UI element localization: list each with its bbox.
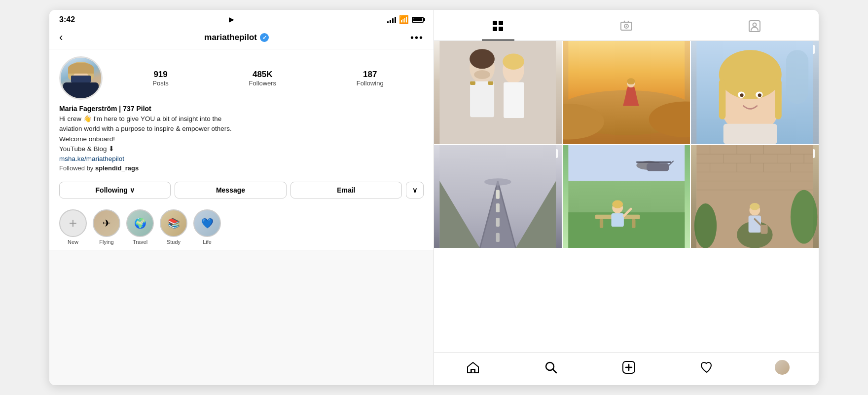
posts-label: Posts — [152, 79, 169, 87]
svg-rect-20 — [488, 81, 493, 85]
bottom-nav — [434, 352, 819, 385]
home-nav-button[interactable] — [463, 357, 483, 377]
svg-point-38 — [758, 93, 761, 97]
svg-rect-54 — [647, 163, 669, 171]
grid-photo-6[interactable] — [691, 145, 819, 248]
grid-photo-5[interactable] — [563, 145, 690, 248]
story-add-icon: + — [59, 209, 87, 237]
svg-point-50 — [484, 178, 511, 186]
status-icons: 📶 — [387, 15, 424, 24]
svg-rect-19 — [470, 81, 475, 85]
more-button[interactable]: ••• — [410, 32, 424, 43]
wifi-icon: 📶 — [399, 15, 409, 24]
stat-posts[interactable]: 919 Posts — [152, 70, 169, 87]
svg-point-14 — [474, 70, 490, 79]
stat-followers[interactable]: 485K Followers — [249, 70, 276, 87]
bio-line4: YouTube & Blog ⬇ — [59, 145, 114, 153]
story-item-2[interactable]: 🌍 Travel — [126, 209, 154, 245]
svg-rect-52 — [568, 145, 685, 181]
svg-point-84 — [694, 203, 717, 248]
email-button[interactable]: Email — [290, 182, 402, 198]
svg-point-10 — [753, 23, 757, 27]
posts-count: 919 — [152, 70, 169, 79]
svg-point-88 — [750, 203, 760, 210]
tab-tagged[interactable] — [738, 16, 771, 40]
svg-point-37 — [740, 93, 744, 97]
more-options-button[interactable]: ∨ — [406, 182, 424, 198]
grid-photo-4[interactable] — [434, 145, 562, 248]
svg-point-13 — [470, 49, 495, 69]
following-label: Following — [357, 79, 384, 87]
bio-link[interactable]: msha.ke/mariathepilot — [59, 155, 124, 162]
grid-photo-1[interactable] — [434, 41, 562, 144]
back-button[interactable]: ‹ — [59, 31, 63, 44]
svg-point-6 — [626, 26, 627, 27]
bio-line3: Welcome onboard! — [59, 135, 115, 143]
story-item-3[interactable]: 📚 Study — [160, 209, 187, 245]
svg-point-85 — [791, 190, 817, 243]
bio-followed: Followed by splendid_rags — [59, 164, 424, 172]
svg-rect-43 — [496, 203, 500, 212]
story-label-2: Travel — [133, 239, 147, 245]
action-buttons: Following ∨ Message Email ∨ — [49, 178, 434, 205]
right-panel — [434, 10, 819, 385]
svg-rect-34 — [775, 79, 782, 119]
svg-rect-15 — [470, 81, 494, 118]
svg-rect-42 — [496, 190, 500, 198]
story-item-1[interactable]: ✈ Flying — [93, 209, 120, 245]
followed-by-user: splendid_rags — [95, 164, 139, 172]
phone-container: 3:42 ▶ 📶 ‹ mariathepilot ✓ — [49, 10, 819, 385]
add-nav-button[interactable] — [619, 357, 639, 377]
svg-rect-33 — [719, 79, 726, 119]
story-new[interactable]: + New — [59, 209, 87, 245]
tab-reels[interactable] — [610, 16, 643, 40]
tab-grid[interactable] — [482, 16, 514, 40]
bio-section: Maria Fagerström | 737 Pilot Hi crew 👋 I… — [49, 105, 434, 178]
nav-bar: ‹ mariathepilot ✓ ••• — [49, 27, 434, 49]
svg-rect-30 — [786, 50, 808, 104]
following-count: 187 — [357, 70, 384, 79]
svg-rect-63 — [611, 213, 623, 227]
story-label-1: Flying — [99, 239, 113, 245]
svg-rect-11 — [439, 41, 556, 144]
grid-photo-3[interactable] — [691, 41, 819, 144]
stats-row: 919 Posts 485K Followers 187 Following — [112, 70, 424, 87]
stat-following[interactable]: 187 Following — [357, 70, 384, 87]
svg-rect-3 — [499, 27, 503, 31]
heart-nav-button[interactable] — [697, 357, 717, 377]
story-icon-1: ✈ — [93, 209, 120, 237]
bio-line1: Hi crew 👋 I'm here to give YOU a bit of … — [59, 115, 221, 122]
svg-rect-0 — [493, 21, 497, 25]
status-bar: 3:42 ▶ 📶 — [49, 10, 434, 27]
tabs-row — [434, 10, 819, 41]
svg-point-17 — [503, 53, 524, 70]
svg-point-32 — [719, 50, 782, 99]
bio-text: Hi crew 👋 I'm here to give YOU a bit of … — [59, 114, 424, 154]
profile-nav-button[interactable] — [775, 360, 790, 375]
username: mariathepilot — [204, 33, 257, 42]
grid-photo-2[interactable] — [563, 41, 690, 144]
svg-rect-18 — [504, 82, 524, 118]
signal-icon — [387, 16, 396, 23]
svg-rect-45 — [496, 233, 500, 241]
following-button[interactable]: Following ∨ — [59, 182, 171, 198]
stories-row: + New ✈ Flying 🌍 Travel 📚 Study 💙 Life — [49, 205, 434, 250]
message-button[interactable]: Message — [175, 182, 286, 198]
svg-rect-60 — [632, 219, 635, 228]
svg-rect-59 — [600, 219, 603, 228]
svg-rect-91 — [760, 225, 768, 234]
svg-rect-44 — [496, 218, 500, 227]
story-label-3: Study — [167, 239, 181, 245]
username-area: mariathepilot ✓ — [204, 33, 269, 42]
left-panel: 3:42 ▶ 📶 ‹ mariathepilot ✓ — [49, 10, 434, 385]
story-new-label: New — [68, 239, 78, 245]
search-nav-button[interactable] — [541, 357, 561, 377]
battery-icon — [412, 17, 424, 23]
story-item-4[interactable]: 💙 Life — [193, 209, 221, 245]
svg-line-94 — [553, 369, 556, 373]
tagged-icon — [748, 20, 761, 36]
bio-name: Maria Fagerström | 737 Pilot — [59, 105, 424, 113]
followers-count: 485K — [249, 70, 276, 79]
verified-badge: ✓ — [260, 33, 269, 42]
svg-point-62 — [612, 200, 623, 208]
